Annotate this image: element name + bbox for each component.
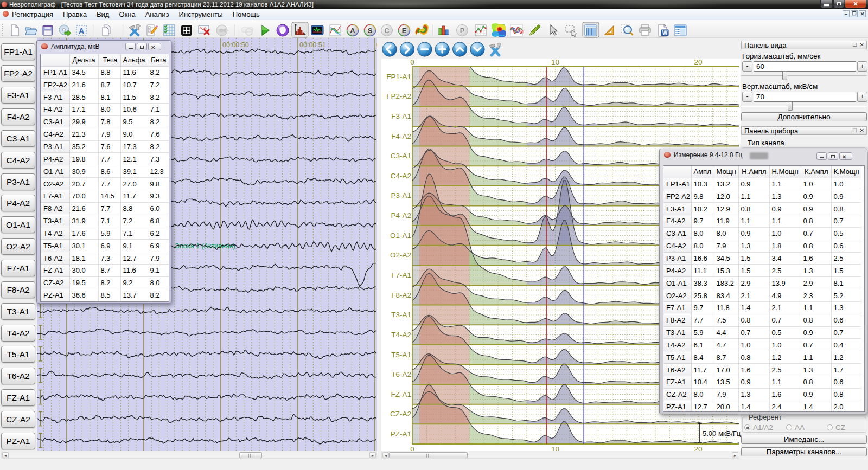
- svg-text:F7-A1: F7-A1: [391, 271, 411, 279]
- svg-text:T4-A2: T4-A2: [391, 331, 411, 339]
- svg-text:E: E: [402, 27, 407, 35]
- svg-text:C4-A2: C4-A2: [391, 172, 411, 180]
- svg-text:10: 10: [551, 58, 559, 66]
- svg-text:W: W: [662, 30, 668, 36]
- svg-text:00:00:50: 00:00:50: [222, 41, 249, 49]
- svg-text:10: 10: [551, 445, 559, 451]
- svg-text:00:00:51: 00:00:51: [299, 41, 326, 49]
- svg-text:P: P: [460, 27, 465, 35]
- svg-text:20: 20: [694, 58, 702, 66]
- svg-text:F8-A2: F8-A2: [391, 291, 411, 299]
- svg-text:F4-A2: F4-A2: [391, 132, 411, 140]
- svg-text:S: S: [368, 27, 373, 35]
- svg-text:F3-A1: F3-A1: [391, 112, 411, 120]
- svg-text:P3-A1: P3-A1: [391, 191, 411, 199]
- svg-text:O2-A2: O2-A2: [390, 251, 411, 259]
- svg-text:FP2-A2: FP2-A2: [386, 92, 411, 100]
- svg-text:PZ-A1: PZ-A1: [391, 430, 411, 438]
- svg-text:T3-A1: T3-A1: [391, 311, 411, 319]
- svg-text:T6-A2: T6-A2: [391, 370, 411, 378]
- svg-text:A: A: [350, 27, 355, 35]
- svg-text:0: 0: [410, 58, 414, 66]
- svg-text:20: 20: [694, 445, 702, 451]
- svg-text:O1-A1: O1-A1: [390, 231, 411, 240]
- svg-text:C3-A1: C3-A1: [391, 152, 411, 160]
- svg-text:FP1-A1: FP1-A1: [386, 73, 411, 81]
- svg-text:A: A: [79, 27, 84, 35]
- svg-text:P4-A2: P4-A2: [391, 211, 411, 220]
- svg-text:5.00 мкВ/Гц: 5.00 мкВ/Гц: [703, 429, 741, 437]
- svg-text:T5-A1: T5-A1: [391, 351, 411, 359]
- svg-text:0: 0: [410, 445, 414, 451]
- svg-text:FZ-A1: FZ-A1: [391, 390, 411, 398]
- svg-text:CZ-A2: CZ-A2: [390, 410, 411, 418]
- svg-text:C: C: [384, 27, 390, 35]
